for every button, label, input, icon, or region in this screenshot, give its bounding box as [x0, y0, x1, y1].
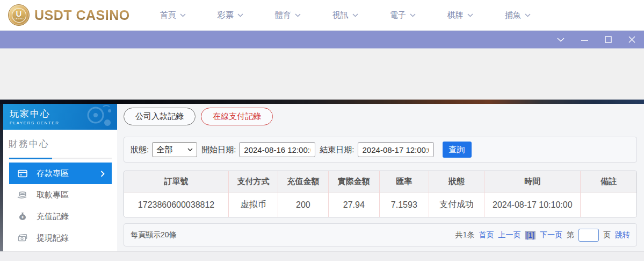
collapse-chevron-icon[interactable]	[557, 38, 565, 42]
banknote-icon	[17, 234, 27, 242]
gamepad-watermark-icon	[79, 104, 115, 129]
banner-edge-strip	[0, 100, 644, 104]
first-page-link[interactable]: 首页	[479, 230, 494, 240]
pagination-bar: 每頁顯示20條 共1条 首页 上一页 [1] 下一页 第 页 跳转	[124, 223, 637, 246]
logo-caption: CASINO	[14, 17, 24, 20]
chevron-down-icon	[410, 13, 416, 17]
col-time: 時間	[484, 171, 581, 193]
table-header-row: 訂單號 支付方式 充值金額 實際金額 匯率 狀態 時間 備註	[124, 171, 636, 193]
nav-label: 捕魚	[505, 10, 521, 20]
deposit-card-icon	[17, 170, 27, 178]
chevron-down-icon	[352, 13, 358, 17]
nav-item-fishing[interactable]: 捕魚	[505, 10, 531, 20]
next-page-link[interactable]: 下一页	[540, 230, 562, 240]
nav-label: 視訊	[332, 10, 349, 20]
nav-label: 體育	[275, 10, 291, 20]
page-size-text: 每頁顯示20條	[131, 230, 177, 240]
col-remark: 備註	[581, 171, 636, 193]
sidebar-item-label: 充值記錄	[37, 211, 69, 222]
minimize-icon[interactable]	[581, 37, 588, 43]
pagination-controls: 共1条 首页 上一页 [1] 下一页 第 页 跳转	[455, 229, 630, 242]
cell-actual-amount: 27.94	[329, 193, 379, 217]
end-date-input[interactable]	[358, 142, 434, 157]
col-rate: 匯率	[379, 171, 429, 193]
content-panel: 公司入款記錄 在線支付記錄 狀態: 全部 開始日期: 結束日期: 查詢	[117, 104, 644, 251]
cell-pay-method: 虚拟币	[229, 193, 278, 217]
chevron-down-icon	[180, 13, 186, 17]
main-nav: 首頁 彩票 體育 視訊 電子 棋牌	[160, 10, 531, 20]
chevron-down-icon	[187, 148, 193, 151]
jump-suffix-label: 页	[603, 230, 611, 240]
nav-label: 棋牌	[447, 10, 464, 20]
cell-amount: 200	[278, 193, 328, 217]
logo-letter: U	[16, 10, 22, 17]
cell-rate: 7.1593	[379, 193, 429, 217]
brand-logo-icon: U CASINO	[8, 4, 30, 26]
sidebar-section-title: 財務中心	[9, 138, 117, 150]
start-date-input[interactable]	[239, 142, 315, 157]
svg-text:¥: ¥	[21, 215, 24, 219]
col-actual-amount: 實際金額	[329, 171, 379, 193]
sidebar-item-withdraw[interactable]: 取款專區	[9, 184, 112, 206]
brand-logo[interactable]: U CASINO USDT CASINO	[8, 4, 130, 26]
sidebar-item-recharge-record[interactable]: ¥ 充值記錄	[9, 206, 112, 227]
col-pay-method: 支付方式	[229, 171, 278, 193]
sidebar-item-label: 存款專區	[37, 168, 69, 179]
cell-status: 支付成功	[429, 193, 484, 217]
main-area: 玩家中心 PLAYERS CENTER 財務中心 存款專區	[0, 104, 644, 251]
sidebar-menu: 存款專區 取款專區 ¥ 充值記錄	[3, 163, 117, 249]
chevron-right-icon	[100, 170, 105, 179]
top-navbar: U CASINO USDT CASINO 首頁 彩票 體育 視訊	[0, 0, 644, 31]
total-count-text: 共1条	[455, 230, 475, 240]
sidebar-item-deposit[interactable]: 存款專區	[9, 163, 112, 184]
nav-label: 彩票	[218, 10, 234, 20]
page-jump-input[interactable]	[578, 229, 599, 242]
nav-item-home[interactable]: 首頁	[160, 10, 186, 20]
nav-item-sports[interactable]: 體育	[275, 10, 301, 20]
sidebar-section-divider	[9, 158, 112, 159]
table-row: 1723860600038812 虚拟币 200 27.94 7.1593 支付…	[124, 193, 636, 217]
window-titlebar	[0, 31, 644, 48]
status-select[interactable]: 全部	[152, 142, 197, 157]
records-table: 訂單號 支付方式 充值金額 實際金額 匯率 狀態 時間 備註 172386060	[124, 171, 637, 217]
col-order-no: 訂單號	[124, 171, 229, 193]
app-window: U CASINO USDT CASINO 首頁 彩票 體育 視訊	[0, 0, 644, 261]
record-tabs: 公司入款記錄 在線支付記錄	[124, 108, 637, 125]
cell-remark	[581, 193, 636, 217]
sidebar-item-label: 取款專區	[37, 190, 69, 200]
cell-time: 2024-08-17 10:10:00	[484, 193, 581, 217]
nav-item-video[interactable]: 視訊	[332, 10, 358, 20]
nav-label: 電子	[390, 10, 406, 20]
nav-item-lottery[interactable]: 彩票	[218, 10, 243, 20]
tab-company-deposit-records[interactable]: 公司入款記錄	[124, 108, 196, 125]
filter-bar: 狀態: 全部 開始日期: 結束日期: 查詢	[124, 137, 637, 163]
jump-prefix-label: 第	[567, 230, 574, 240]
nav-label: 首頁	[160, 10, 176, 20]
cell-order-no: 1723860600038812	[124, 193, 229, 217]
chevron-down-icon	[295, 13, 301, 17]
brand-name: USDT CASINO	[34, 8, 130, 23]
prev-page-link[interactable]: 上一页	[498, 230, 520, 240]
status-select-value: 全部	[156, 145, 172, 155]
brand-logo-inner: U CASINO	[12, 8, 26, 23]
col-status: 狀態	[429, 171, 484, 193]
maximize-icon[interactable]	[605, 36, 612, 43]
tab-online-payment-records[interactable]: 在線支付記錄	[201, 108, 273, 125]
jump-action-link[interactable]: 跳转	[615, 230, 630, 240]
col-amount: 充值金額	[278, 171, 328, 193]
close-icon[interactable]	[628, 36, 635, 43]
chevron-down-icon	[237, 13, 243, 17]
chevron-down-icon	[467, 13, 473, 17]
query-button[interactable]: 查詢	[443, 142, 472, 158]
sidebar-header: 玩家中心 PLAYERS CENTER	[3, 104, 117, 130]
nav-item-cards[interactable]: 棋牌	[447, 10, 473, 20]
money-bag-icon: ¥	[17, 212, 27, 221]
sidebar-item-label: 提現記錄	[37, 233, 69, 243]
empty-background-zone	[0, 48, 644, 100]
status-label: 狀態:	[131, 145, 149, 155]
sidebar: 玩家中心 PLAYERS CENTER 財務中心 存款專區	[3, 104, 117, 251]
hand-money-icon	[17, 191, 27, 199]
current-page-indicator: [1]	[525, 231, 536, 239]
sidebar-item-withdrawal-record[interactable]: 提現記錄	[9, 227, 112, 249]
nav-item-slots[interactable]: 電子	[390, 10, 416, 20]
